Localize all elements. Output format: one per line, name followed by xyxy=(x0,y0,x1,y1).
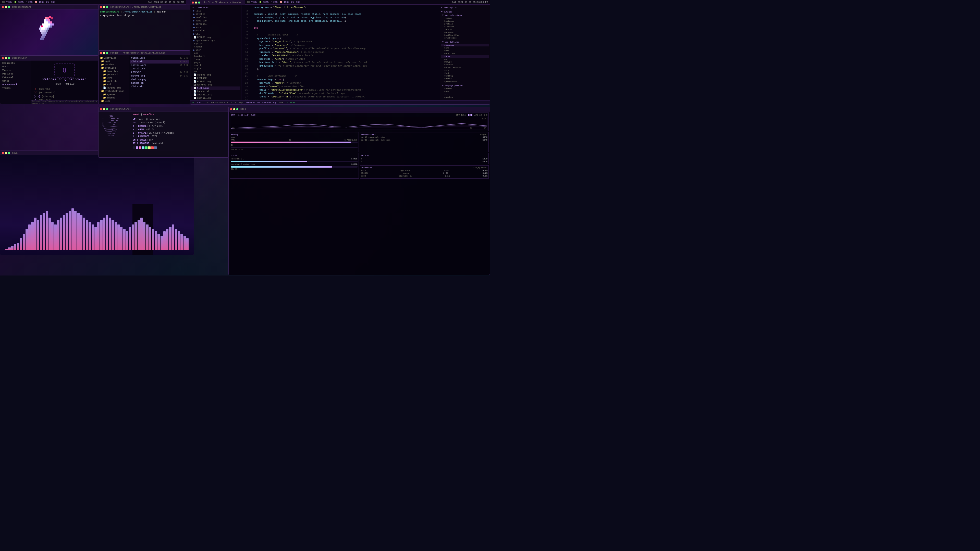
editor-close[interactable] xyxy=(192,2,194,3)
fm-file-flakenix2[interactable]: flake.nix xyxy=(130,85,189,89)
fm-item-system[interactable]: 📁system xyxy=(99,93,128,96)
editor-tree-homelab[interactable]: ▶ home.lab xyxy=(191,19,240,22)
fm-item-personal[interactable]: 📁personal xyxy=(99,73,128,76)
nf-close[interactable] xyxy=(100,108,102,110)
topbar-left-items: ⬛ Tech 🔋 100% ⚡ 29% 🧠 100% 2s 10s xyxy=(2,1,55,3)
fm-item-work[interactable]: 📁work xyxy=(99,76,128,79)
sysmon-proc-mem-3: 0.1% xyxy=(483,175,487,177)
editor-tree-pkgs[interactable]: pkgs xyxy=(191,61,240,64)
fm-item-profiles[interactable]: 📁profiles xyxy=(99,66,128,70)
sysmon-cpu-low: 0 8 xyxy=(484,114,487,116)
fm-item-readme1[interactable]: 📄README.org xyxy=(99,86,128,89)
editor-tree-style[interactable]: style xyxy=(191,67,240,70)
fm-min[interactable] xyxy=(103,52,105,54)
svg-rect-31 xyxy=(51,17,53,19)
viz-bar-2 xyxy=(11,246,14,250)
nf-min[interactable] xyxy=(103,108,105,110)
term-max[interactable] xyxy=(106,6,108,8)
fm-content[interactable]: 📁.dotfiles 📁.git 📁patches 📁profiles 📁hom… xyxy=(99,56,190,104)
viz-bar-19 xyxy=(60,218,62,250)
svg-rect-33 xyxy=(41,32,43,34)
svg-rect-6 xyxy=(50,21,52,24)
fm-close[interactable] xyxy=(100,52,102,54)
editor-tree-app[interactable]: app xyxy=(191,52,240,55)
fm-file-flakenix[interactable]: flake.nix 2.20 K xyxy=(130,60,189,64)
editor-tree-lang[interactable]: lang xyxy=(191,58,240,61)
qute-sidebar-pictures[interactable]: Pictures xyxy=(1,72,30,76)
term-min[interactable] xyxy=(103,6,105,8)
editor-tree-profiles[interactable]: ▶ profiles xyxy=(191,16,240,19)
sysmon-close[interactable] xyxy=(230,108,232,110)
editor-tree-readmeorg2[interactable]: 📄 README.org xyxy=(191,73,240,76)
editor-tree-worklab[interactable]: ▶ worklab xyxy=(191,29,240,32)
viz-max[interactable] xyxy=(8,152,10,154)
nf-row-shell: CN | SHELL: zsh xyxy=(133,138,227,142)
term-close[interactable] xyxy=(100,6,102,8)
editor-tree-license[interactable]: 📄 LICENSE xyxy=(191,76,240,80)
editor-tree-readmeorg1[interactable]: 📄 README.org xyxy=(191,36,240,39)
fm-file-license[interactable]: LICENSE 34.2 K xyxy=(130,71,189,74)
editor-tree-shell[interactable]: shell xyxy=(191,64,240,67)
qute-close-dot[interactable] xyxy=(2,57,4,59)
editor-code-area[interactable]: 1 2 3 4 5 6 7 8 9 10 11 12 13 14 15 16 1… xyxy=(242,5,440,100)
sysmon-min[interactable] xyxy=(233,108,235,110)
editor-tree-work[interactable]: ▶ work xyxy=(191,26,240,29)
qute-sidebar-music[interactable]: Music xyxy=(1,65,30,68)
editor-tree-wm[interactable]: wm xyxy=(191,70,240,73)
editor-code-lines[interactable]: description = "Flake of LibrePhoenix"; o… xyxy=(249,6,440,99)
qute-max-dot[interactable] xyxy=(8,57,10,59)
editor-tree-system-settings[interactable]: ▶ systemSettings xyxy=(191,39,240,42)
editor-tree-desktoppng[interactable]: 🖼 desktop.png xyxy=(191,83,240,86)
close-dot[interactable] xyxy=(2,6,4,8)
fm-item-wsl[interactable]: 📁wsl xyxy=(99,83,128,86)
editor-tree-system[interactable]: system xyxy=(191,42,240,45)
fm-max[interactable] xyxy=(106,52,108,54)
nf-max[interactable] xyxy=(106,108,108,110)
fm-item-git[interactable]: 📁.git xyxy=(99,60,128,63)
fm-item-user[interactable]: 📁user xyxy=(99,100,128,103)
fm-file-desktoppng[interactable]: desktop.png xyxy=(130,78,189,81)
fm-item-system-settings[interactable]: 📁systemSettings xyxy=(99,89,128,93)
fm-item-dotfiles[interactable]: 📁.dotfiles xyxy=(99,56,128,60)
editor-tree-patches[interactable]: ▶ patches xyxy=(191,13,240,16)
sysmon-max[interactable] xyxy=(236,108,239,110)
editor-min[interactable] xyxy=(195,2,197,3)
editor-tree-installorg[interactable]: 📄 install.org xyxy=(191,93,240,97)
editor-tree-user[interactable]: ▶ user xyxy=(191,48,240,52)
qute-sidebar-games[interactable]: Games xyxy=(1,79,30,83)
sysmon-memory-100: 100% xyxy=(231,137,358,138)
min-dot[interactable] xyxy=(5,6,7,8)
fm-file-install-org[interactable]: install.org 10.6 K xyxy=(130,64,189,67)
fm-file-flakelock[interactable]: flake.lock 27.5 K xyxy=(130,56,189,60)
fm-item-themes[interactable]: 📁themes xyxy=(99,96,128,100)
qute-sidebar-octave[interactable]: octave-work xyxy=(1,83,30,86)
fm-file-installsh[interactable]: install.sh xyxy=(130,67,189,71)
sysmon-disk-fill-2 xyxy=(231,166,332,168)
editor-tree-git[interactable]: ▶ .git xyxy=(191,9,240,13)
qute-sidebar-documents[interactable]: Documents xyxy=(1,62,30,65)
editor-tree-wsl[interactable]: ▶ wsl xyxy=(191,32,240,36)
editor-tree-hardensh[interactable]: 📄 harden.sh xyxy=(191,90,240,93)
editor-tree-personal[interactable]: ▶ personal xyxy=(191,22,240,26)
editor-max[interactable] xyxy=(198,2,200,3)
topbar-mem2: 🧠 100% xyxy=(280,1,289,3)
qute-min-dot[interactable] xyxy=(5,57,7,59)
max-dot[interactable] xyxy=(8,6,10,8)
qute-sidebar-videos[interactable]: Videos xyxy=(1,68,30,72)
viz-close[interactable] xyxy=(2,152,4,154)
topbar-tag-tech: ⬛ Tech xyxy=(2,1,12,3)
qute-sidebar-themes[interactable]: Themes xyxy=(1,86,30,90)
code-line-21: # ----- USER SETTINGS ----- # xyxy=(251,75,438,78)
qute-sidebar-external[interactable]: External xyxy=(1,76,30,79)
fm-file-harden[interactable]: harden.sh xyxy=(130,81,189,85)
editor-tree-flakenix[interactable]: 📄 flake.nix xyxy=(191,86,240,90)
fm-item-homelab[interactable]: 📁home.lab xyxy=(99,70,128,73)
fm-item-patches[interactable]: 📁patches xyxy=(99,63,128,66)
fm-file-readme2[interactable]: README.org 34.2 K xyxy=(130,74,189,78)
editor-tree-installsh[interactable]: 📄 install.sh xyxy=(191,97,240,100)
editor-tree-themes[interactable]: themes xyxy=(191,45,240,48)
fm-item-worklab[interactable]: 📁worklab xyxy=(99,79,128,83)
editor-tree-readmeorg3[interactable]: 📄 README.org xyxy=(191,80,240,83)
editor-tree-hardware[interactable]: hardware xyxy=(191,55,240,58)
viz-min[interactable] xyxy=(5,152,7,154)
